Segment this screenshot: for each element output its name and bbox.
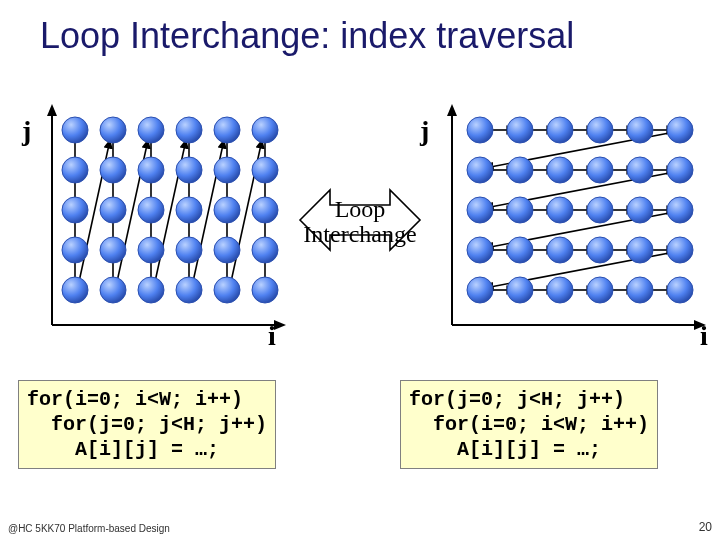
svg-point-106 <box>587 157 613 183</box>
svg-point-37 <box>214 117 240 143</box>
svg-point-53 <box>138 237 164 263</box>
svg-point-114 <box>667 197 693 223</box>
svg-point-101 <box>627 117 653 143</box>
svg-point-111 <box>547 197 573 223</box>
svg-point-62 <box>252 277 278 303</box>
svg-point-103 <box>467 157 493 183</box>
svg-point-58 <box>100 277 126 303</box>
svg-point-60 <box>176 277 202 303</box>
svg-point-121 <box>467 277 493 303</box>
svg-point-97 <box>467 117 493 143</box>
svg-point-45 <box>62 197 88 223</box>
svg-point-55 <box>214 237 240 263</box>
svg-point-112 <box>587 197 613 223</box>
svg-point-57 <box>62 277 88 303</box>
svg-point-104 <box>507 157 533 183</box>
svg-point-51 <box>62 237 88 263</box>
svg-point-126 <box>667 277 693 303</box>
svg-point-61 <box>214 277 240 303</box>
svg-point-98 <box>507 117 533 143</box>
svg-point-44 <box>252 157 278 183</box>
svg-point-48 <box>176 197 202 223</box>
svg-point-108 <box>667 157 693 183</box>
footer-text: @HC 5KK70 Platform-based Design <box>8 523 170 534</box>
svg-marker-66 <box>447 104 457 116</box>
right-grid <box>440 100 710 340</box>
svg-point-41 <box>138 157 164 183</box>
svg-point-43 <box>214 157 240 183</box>
page-number: 20 <box>699 520 712 534</box>
svg-point-119 <box>627 237 653 263</box>
svg-point-118 <box>587 237 613 263</box>
svg-point-123 <box>547 277 573 303</box>
svg-point-109 <box>467 197 493 223</box>
left-j-axis-label: j <box>22 115 31 147</box>
svg-point-49 <box>214 197 240 223</box>
svg-marker-3 <box>274 320 286 330</box>
slide: Loop Interchange: index traversal j i <box>0 0 720 540</box>
svg-point-120 <box>667 237 693 263</box>
interchange-label-line2: Interchange <box>303 221 416 247</box>
code-right: for(j=0; j<H; j++) for(i=0; i<W; i++) A[… <box>400 380 658 469</box>
page-title: Loop Interchange: index traversal <box>40 15 574 57</box>
svg-point-59 <box>138 277 164 303</box>
svg-point-52 <box>100 237 126 263</box>
svg-point-113 <box>627 197 653 223</box>
svg-point-39 <box>62 157 88 183</box>
svg-point-117 <box>547 237 573 263</box>
svg-point-54 <box>176 237 202 263</box>
svg-point-105 <box>547 157 573 183</box>
code-left: for(i=0; i<W; i++) for(j=0; j<H; j++) A[… <box>18 380 276 469</box>
svg-point-124 <box>587 277 613 303</box>
svg-point-35 <box>138 117 164 143</box>
svg-point-125 <box>627 277 653 303</box>
svg-point-100 <box>587 117 613 143</box>
right-j-axis-label: j <box>420 115 429 147</box>
svg-point-115 <box>467 237 493 263</box>
svg-point-110 <box>507 197 533 223</box>
svg-point-50 <box>252 197 278 223</box>
svg-point-34 <box>100 117 126 143</box>
svg-point-116 <box>507 237 533 263</box>
svg-point-33 <box>62 117 88 143</box>
svg-point-107 <box>627 157 653 183</box>
svg-point-40 <box>100 157 126 183</box>
svg-point-38 <box>252 117 278 143</box>
svg-point-36 <box>176 117 202 143</box>
svg-point-47 <box>138 197 164 223</box>
interchange-label-line1: Loop <box>335 196 386 222</box>
svg-point-46 <box>100 197 126 223</box>
svg-point-99 <box>547 117 573 143</box>
svg-point-42 <box>176 157 202 183</box>
svg-point-102 <box>667 117 693 143</box>
left-grid <box>40 100 290 340</box>
svg-marker-2 <box>47 104 57 116</box>
svg-point-56 <box>252 237 278 263</box>
svg-point-122 <box>507 277 533 303</box>
interchange-label: Loop Interchange <box>290 197 430 247</box>
svg-marker-67 <box>694 320 706 330</box>
